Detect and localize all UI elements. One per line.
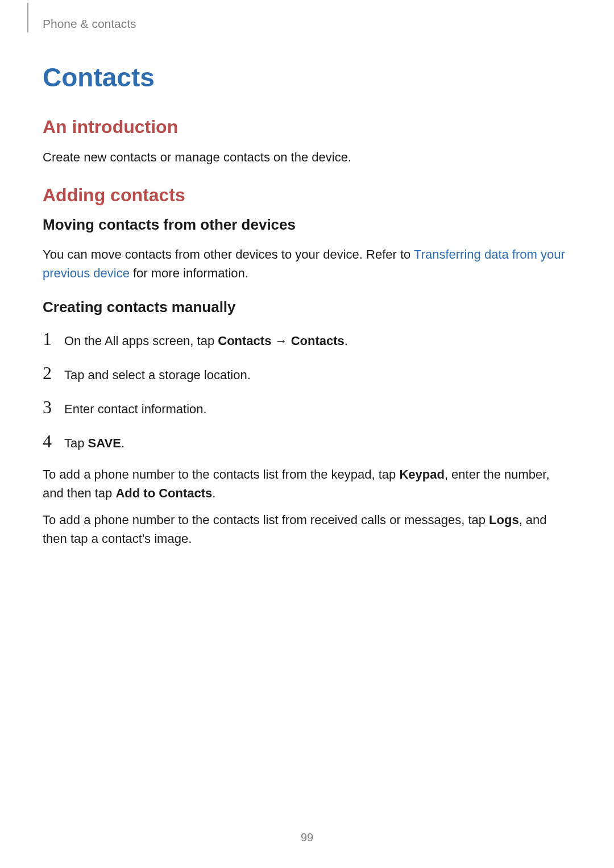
step-4-post: . (121, 436, 125, 450)
step-1-text: On the All apps screen, tap Contacts → C… (64, 331, 348, 350)
step-3-number: 3 (43, 397, 64, 418)
section-intro-body: Create new contacts or manage contacts o… (43, 148, 571, 167)
step-4: 4 Tap SAVE. (43, 431, 571, 452)
step-2-text: Tap and select a storage location. (64, 366, 251, 384)
step-3: 3 Enter contact information. (43, 397, 571, 418)
note-1: To add a phone number to the contacts li… (43, 465, 571, 502)
moving-body: You can move contacts from other devices… (43, 245, 571, 283)
step-2: 2 Tap and select a storage location. (43, 363, 571, 384)
moving-body-post: for more information. (130, 266, 248, 280)
step-4-number: 4 (43, 431, 64, 452)
step-2-number: 2 (43, 363, 64, 384)
note-2: To add a phone number to the contacts li… (43, 510, 571, 548)
header-divider (27, 3, 28, 32)
breadcrumb: Phone & contacts (43, 17, 571, 31)
note-1-pre: To add a phone number to the contacts li… (43, 467, 399, 481)
note-2-pre: To add a phone number to the contacts li… (43, 513, 489, 527)
step-1: 1 On the All apps screen, tap Contacts →… (43, 329, 571, 350)
step-1-bold2: Contacts (291, 334, 345, 348)
steps-list: 1 On the All apps screen, tap Contacts →… (43, 329, 571, 452)
step-1-pre: On the All apps screen, tap (64, 334, 218, 348)
page-title: Contacts (43, 62, 571, 93)
note-1-bold1: Keypad (399, 467, 444, 481)
note-1-bold2: Add to Contacts (115, 486, 212, 500)
section-intro-heading: An introduction (43, 117, 571, 138)
step-3-text: Enter contact information. (64, 400, 207, 418)
step-4-text: Tap SAVE. (64, 434, 125, 452)
step-2-pre: Tap (64, 368, 88, 382)
moving-body-pre: You can move contacts from other devices… (43, 247, 414, 261)
page-number: 99 (0, 831, 614, 844)
note-2-bold1: Logs (489, 513, 519, 527)
section-adding-heading: Adding contacts (43, 185, 571, 206)
creating-heading: Creating contacts manually (43, 298, 571, 316)
step-1-post: . (345, 334, 348, 348)
moving-heading: Moving contacts from other devices (43, 216, 571, 234)
step-2-post: and select a storage location. (88, 368, 251, 382)
arrow-icon: → (271, 334, 291, 348)
step-1-bold1: Contacts (218, 334, 271, 348)
step-4-pre: Tap (64, 436, 88, 450)
step-4-bold: SAVE (88, 436, 121, 450)
step-1-number: 1 (43, 329, 64, 350)
note-1-post: . (212, 486, 215, 500)
